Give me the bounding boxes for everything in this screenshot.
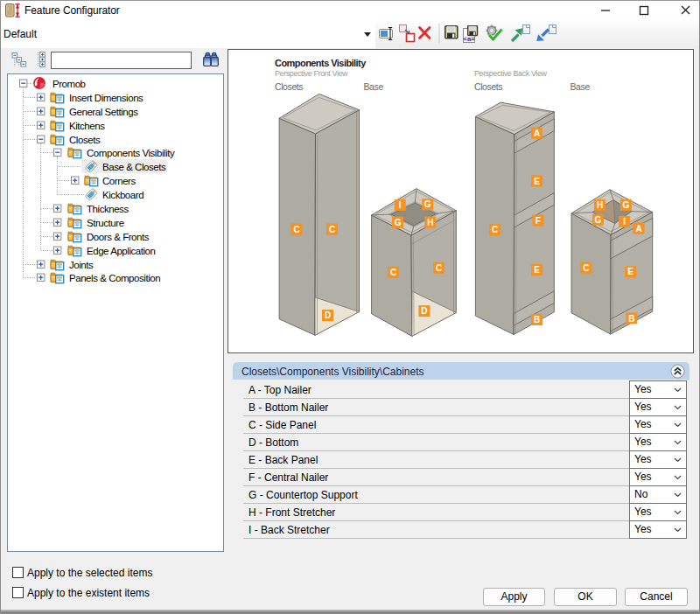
svg-text:Joints: Joints bbox=[69, 260, 94, 270]
svg-text:Closets: Closets bbox=[474, 81, 502, 92]
svg-text:E: E bbox=[534, 177, 540, 186]
svg-text:Kitchens: Kitchens bbox=[69, 121, 105, 131]
svg-text:General Settings: General Settings bbox=[69, 107, 138, 117]
svg-text:B: B bbox=[628, 314, 634, 324]
svg-text:Thickness: Thickness bbox=[87, 204, 129, 214]
svg-text:Components Visibility: Components Visibility bbox=[87, 148, 175, 158]
svg-text:Base: Base bbox=[364, 81, 384, 92]
svg-text:C: C bbox=[390, 268, 396, 277]
svg-text:Perspective Back View: Perspective Back View bbox=[474, 69, 547, 78]
svg-text:Insert Dimensions: Insert Dimensions bbox=[69, 93, 144, 103]
svg-text:A: A bbox=[635, 224, 641, 234]
svg-text:H: H bbox=[427, 218, 433, 227]
svg-text:Doors & Fronts: Doors & Fronts bbox=[87, 232, 150, 242]
svg-text:D: D bbox=[325, 310, 331, 320]
svg-text:Base: Base bbox=[570, 81, 591, 92]
svg-text:Panels & Composition: Panels & Composition bbox=[69, 273, 160, 283]
svg-text:G: G bbox=[595, 215, 602, 225]
svg-text:E: E bbox=[534, 265, 540, 275]
svg-text:I: I bbox=[399, 200, 402, 210]
svg-text:H: H bbox=[597, 200, 603, 210]
svg-text:F: F bbox=[536, 216, 541, 226]
svg-text:D: D bbox=[421, 306, 427, 316]
svg-text:Closets: Closets bbox=[69, 135, 101, 145]
svg-text:C: C bbox=[583, 263, 589, 273]
svg-text:Kickboard: Kickboard bbox=[102, 190, 144, 200]
svg-text:Closets: Closets bbox=[275, 81, 303, 92]
svg-text:A: A bbox=[534, 129, 540, 138]
svg-text:E: E bbox=[627, 267, 634, 276]
svg-text:C: C bbox=[436, 263, 442, 273]
svg-text:Structure: Structure bbox=[87, 218, 124, 228]
svg-text:C: C bbox=[492, 225, 498, 234]
svg-text:C: C bbox=[329, 225, 335, 234]
svg-text:Base & Closets: Base & Closets bbox=[102, 162, 166, 172]
svg-text:G: G bbox=[622, 200, 629, 210]
svg-text:Perspective Front View: Perspective Front View bbox=[275, 69, 348, 78]
svg-text:G: G bbox=[424, 199, 431, 209]
svg-text:Components Visibility: Components Visibility bbox=[275, 58, 367, 68]
svg-text:<a=: <a= bbox=[464, 35, 476, 43]
svg-text:B: B bbox=[534, 315, 540, 324]
svg-text:Corners: Corners bbox=[102, 176, 136, 186]
svg-text:C: C bbox=[293, 225, 299, 234]
svg-text:Promob: Promob bbox=[52, 79, 86, 89]
svg-text:I: I bbox=[623, 217, 626, 227]
svg-text:G: G bbox=[395, 218, 402, 227]
svg-text:Edge Application: Edge Application bbox=[87, 246, 156, 256]
